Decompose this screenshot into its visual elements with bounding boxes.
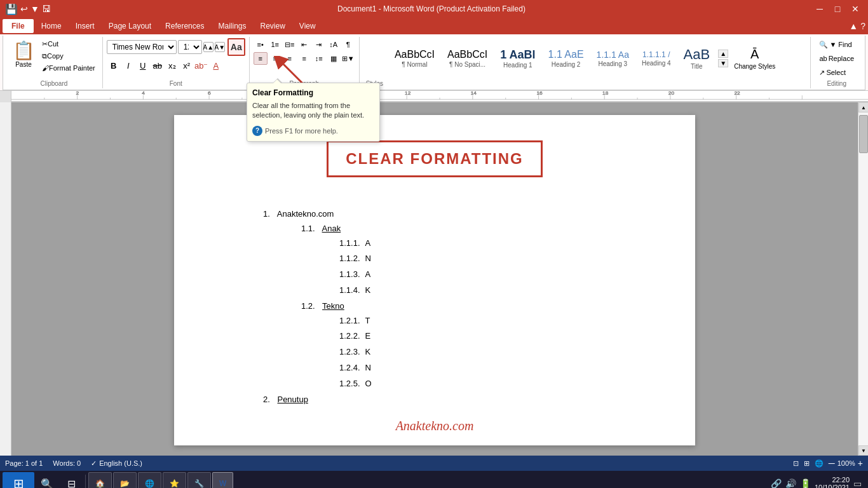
menu-review[interactable]: Review	[254, 19, 291, 33]
change-styles-button[interactable]: Ā Change Styles	[728, 41, 781, 76]
style-heading2[interactable]: 1.1 AaE Heading 2	[543, 41, 590, 76]
line-spacing-button[interactable]: ↕≡	[312, 52, 326, 65]
tooltip-arrow-inner	[273, 79, 281, 84]
tray-battery-icon[interactable]: 🔋	[799, 477, 812, 488]
numbering-button[interactable]: 1≡	[268, 38, 282, 51]
style-title-label: Title	[691, 63, 703, 70]
menu-references[interactable]: References	[159, 19, 210, 33]
replace-button[interactable]: ab Replace	[815, 52, 858, 65]
scroll-thumb[interactable]	[859, 115, 868, 153]
start-button[interactable]: ⊞	[3, 472, 34, 488]
paste-button[interactable]: 📋 Paste	[10, 38, 37, 71]
font-size-select[interactable]: 12	[178, 40, 202, 54]
format-painter-icon: 🖌	[42, 64, 49, 72]
font-name-select[interactable]: Times New Rom	[107, 40, 177, 54]
align-right-button[interactable]: ≡	[283, 52, 297, 65]
scroll-down-button[interactable]: ▼	[858, 445, 868, 456]
styles-scroll-down[interactable]: ▼	[718, 59, 728, 67]
superscript-button[interactable]: x²	[180, 59, 194, 72]
word-taskbar-button[interactable]: W	[212, 472, 233, 488]
copy-button[interactable]: ⧉ Copy	[39, 50, 98, 62]
highlight-button[interactable]: ab⁻	[194, 59, 208, 72]
list-item-text: Penutup	[277, 395, 308, 404]
tray-network-icon[interactable]: 🔗	[770, 477, 783, 488]
maximize-button[interactable]: □	[830, 3, 845, 15]
cut-icon: ✂	[42, 40, 48, 48]
check-icon: ✓	[91, 459, 97, 468]
menu-file[interactable]: File	[3, 19, 34, 33]
search-taskbar-button[interactable]: 🔍	[36, 472, 58, 488]
clear-formatting-button[interactable]: Aa	[227, 38, 245, 56]
scroll-up-button[interactable]: ▲	[858, 102, 868, 112]
font-shrink-button[interactable]: A▼	[215, 42, 225, 52]
show-desktop-icon[interactable]: ▭	[852, 477, 863, 488]
app4-icon: ⭐	[170, 479, 179, 488]
show-marks-button[interactable]: ¶	[341, 38, 355, 51]
styles-scroll-up[interactable]: ▲	[718, 50, 728, 58]
style-heading4-preview: 1.1.1.1 /	[642, 51, 670, 58]
style-title[interactable]: AaB Title	[678, 41, 716, 76]
taskbar-app-1[interactable]: 🏠	[88, 472, 112, 488]
style-no-spacing[interactable]: AaBbCcI ¶ No Spaci...	[442, 41, 493, 76]
list-item-text: Anaktekno.com	[277, 209, 334, 219]
increase-indent-button[interactable]: ⇥	[312, 38, 326, 51]
font-color-button[interactable]: A	[209, 59, 223, 72]
taskbar-clock[interactable]: 22:20 10/10/2021	[815, 476, 850, 488]
taskbar-app-3[interactable]: 🌐	[138, 472, 161, 488]
view-print-icon[interactable]: ⊡	[793, 459, 799, 468]
menu-page-layout[interactable]: Page Layout	[102, 19, 158, 33]
align-center-button[interactable]: ≡	[268, 52, 282, 65]
task-view-button[interactable]: ⊟	[60, 472, 83, 488]
close-button[interactable]: ✕	[848, 3, 863, 15]
tray-volume-icon[interactable]: 🔊	[784, 477, 797, 488]
zoom-out-button[interactable]: ─	[829, 458, 835, 468]
decrease-indent-button[interactable]: ⇤	[297, 38, 311, 51]
menu-home[interactable]: Home	[35, 19, 68, 33]
font-grow-button[interactable]: A▲	[203, 42, 214, 52]
select-button[interactable]: ↗ Select	[815, 66, 850, 79]
multilevel-list-button[interactable]: ⊟≡	[283, 38, 297, 51]
style-normal[interactable]: AaBbCcI ¶ Normal	[389, 41, 440, 76]
taskbar-app-5[interactable]: 🔧	[187, 472, 211, 488]
menu-mailings[interactable]: Mailings	[212, 19, 252, 33]
justify-button[interactable]: ≡	[297, 52, 311, 65]
style-heading3[interactable]: 1.1.1 Aa Heading 3	[591, 41, 635, 76]
paragraph-group: ≡• 1≡ ⊟≡ ⇤ ⇥ ↕A ¶ ≡ ≡ ≡ ≡ ↕≡ ▦ ⊞▼	[250, 37, 360, 88]
styles-group: AaBbCcI ¶ Normal AaBbCcI ¶ No Spaci... 1…	[360, 37, 811, 88]
align-left-button[interactable]: ≡	[254, 52, 268, 65]
format-painter-button[interactable]: 🖌 Format Painter	[39, 62, 98, 74]
zoom-in-button[interactable]: +	[858, 458, 863, 468]
minimize-button[interactable]: ─	[812, 3, 827, 15]
italic-button[interactable]: I	[121, 59, 135, 72]
list-item: 1.1.3.A	[339, 268, 657, 281]
taskbar-app-4[interactable]: ⭐	[163, 472, 186, 488]
ribbon-minimize-icon[interactable]: ▲	[849, 21, 858, 31]
bullets-button[interactable]: ≡•	[254, 38, 268, 51]
find-button[interactable]: 🔍 ▼ Find	[815, 38, 856, 51]
sort-button[interactable]: ↕A	[327, 38, 341, 51]
style-heading1[interactable]: 1 AaBl Heading 1	[494, 41, 541, 76]
scroll-track[interactable]	[858, 112, 868, 445]
view-fullscreen-icon[interactable]: ⊞	[804, 459, 810, 468]
subscript-button[interactable]: x₂	[165, 59, 179, 72]
menu-view[interactable]: View	[293, 19, 322, 33]
style-heading3-label: Heading 3	[598, 60, 627, 67]
menu-insert[interactable]: Insert	[69, 19, 101, 33]
cut-button[interactable]: ✂ Cut	[39, 38, 98, 50]
bold-button[interactable]: B	[107, 59, 121, 72]
help-icon[interactable]: ?	[860, 21, 865, 31]
strikethrough-button[interactable]: ab	[151, 59, 165, 72]
shading-button[interactable]: ▦	[327, 52, 341, 65]
underline-button[interactable]: U	[136, 59, 150, 72]
view-web-icon[interactable]: 🌐	[815, 459, 824, 468]
tooltip-body: Clear all the formatting from the select…	[252, 101, 374, 121]
taskbar-app-2[interactable]: 📂	[113, 472, 137, 488]
svg-text:4: 4	[142, 91, 145, 96]
ribbon: 📋 Paste ✂ Cut ⧉ Copy 🖌 Format Painter	[0, 34, 868, 91]
paste-label: Paste	[15, 61, 32, 68]
style-heading4[interactable]: 1.1.1.1 / Heading 4	[636, 41, 677, 76]
vertical-scrollbar[interactable]: ▲ ▼	[858, 102, 868, 456]
style-heading1-label: Heading 1	[503, 62, 532, 69]
border-button[interactable]: ⊞▼	[341, 52, 355, 65]
document-scroll-area[interactable]: CLEAR FORMATTING 1. Anaktekno.com 1.1. A…	[11, 102, 858, 456]
